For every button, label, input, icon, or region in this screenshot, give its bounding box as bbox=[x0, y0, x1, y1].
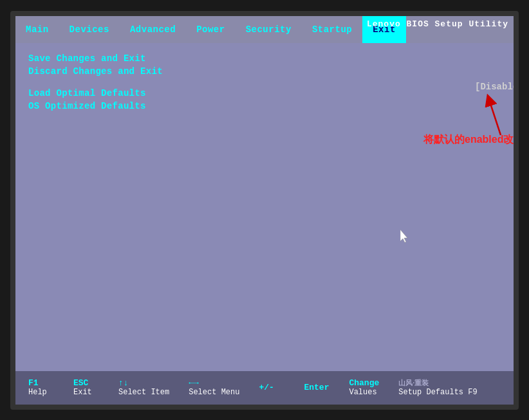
status-updown: ↑↓ Select Item bbox=[112, 376, 182, 399]
status-f9-key: 山风·重装 bbox=[398, 378, 429, 388]
option-load-defaults[interactable]: Load Optimal Defaults bbox=[28, 88, 501, 98]
annotation-text: 将默认的enabled改成disabled bbox=[423, 133, 519, 147]
status-enter: Enter bbox=[297, 380, 342, 395]
option-save-changes[interactable]: Save Changes and Exit bbox=[28, 53, 501, 64]
status-f9-desc: Setup Defaults F9 bbox=[398, 388, 477, 397]
status-f1: F1 Help bbox=[22, 376, 67, 399]
status-change-key: Change bbox=[349, 378, 379, 388]
option-os-defaults[interactable]: OS Optimized Defaults bbox=[28, 101, 501, 111]
status-leftright-key: ←→ bbox=[189, 378, 199, 388]
status-esc-key: ESC bbox=[73, 378, 88, 388]
status-leftright-desc: Select Menu bbox=[189, 388, 239, 397]
svg-marker-2 bbox=[400, 230, 407, 242]
bios-content: Save Changes and Exit Discard Changes an… bbox=[15, 43, 514, 371]
mouse-cursor bbox=[400, 230, 411, 244]
status-leftright: ←→ Select Menu bbox=[182, 376, 252, 399]
status-f1-desc: Help bbox=[28, 388, 47, 397]
status-plusminus: +/- bbox=[252, 380, 297, 395]
status-esc: ESC Exit bbox=[67, 376, 112, 399]
monitor-frame: Main Devices Advanced Power Security Sta… bbox=[10, 11, 519, 410]
status-change-desc: Values bbox=[349, 388, 376, 397]
status-updown-key: ↑↓ bbox=[118, 378, 129, 388]
svg-line-1 bbox=[489, 100, 501, 135]
menu-item-advanced[interactable]: Advanced bbox=[120, 16, 186, 43]
status-plusminus-key: +/- bbox=[259, 383, 274, 392]
status-esc-desc: Exit bbox=[73, 388, 92, 397]
menu-item-security[interactable]: Security bbox=[236, 16, 302, 43]
bios-title: Lenovo BIOS Setup Utility bbox=[367, 16, 514, 30]
menu-item-devices[interactable]: Devices bbox=[59, 16, 120, 43]
menu-item-power[interactable]: Power bbox=[186, 16, 236, 43]
bios-screen: Main Devices Advanced Power Security Sta… bbox=[15, 16, 514, 405]
menu-bar: Main Devices Advanced Power Security Sta… bbox=[15, 16, 514, 43]
status-enter-key: Enter bbox=[304, 383, 329, 392]
status-f9: 山风·重装 Setup Defaults F9 bbox=[392, 376, 507, 399]
status-f1-key: F1 bbox=[28, 378, 39, 388]
status-updown-desc: Select Item bbox=[118, 388, 169, 397]
status-change: Change Values bbox=[342, 376, 392, 399]
annotation-arrow bbox=[481, 93, 519, 138]
menu-item-startup[interactable]: Startup bbox=[302, 16, 362, 43]
disabled-label: [Disabled] bbox=[475, 82, 519, 92]
spacer-1 bbox=[28, 79, 501, 88]
status-bar: F1 Help ESC Exit ↑↓ Select Item ←→ Selec… bbox=[15, 371, 514, 405]
option-discard-changes[interactable]: Discard Changes and Exit bbox=[28, 66, 501, 77]
menu-item-main[interactable]: Main bbox=[15, 16, 59, 43]
